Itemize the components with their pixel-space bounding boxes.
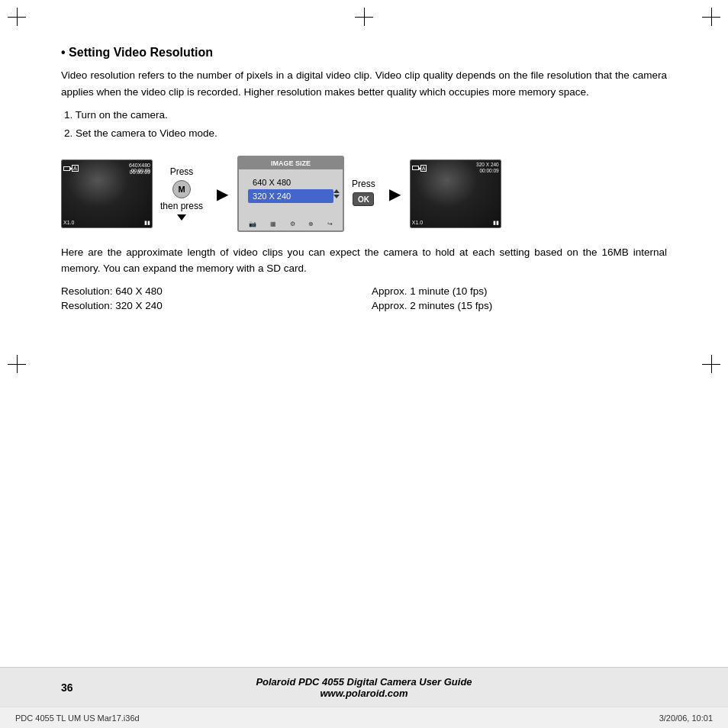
res2-value: Approx. 2 minutes (15 fps) (372, 299, 667, 312)
crosshair-top-left (8, 8, 26, 26)
footer-doc-url: www.polaroid.com (182, 688, 546, 699)
press-ok-area: Press OK (347, 179, 380, 208)
title-text: Setting Video Resolution (69, 46, 213, 59)
crosshair-mid-left (8, 355, 26, 373)
section-title: • Setting Video Resolution (61, 46, 667, 60)
footer-bar: 36 Polaroid PDC 4055 Digital Camera User… (0, 667, 728, 707)
btn-m[interactable]: M (172, 180, 191, 198)
hud-bottom-1: X1.0 ▮▮ (63, 220, 150, 226)
menu-icon-camera: 📷 (249, 221, 256, 227)
menu-header: IMAGE SIZE (239, 157, 343, 169)
step-2: 2. Set the camera to Video mode. (64, 124, 667, 143)
description-text: Here are the approximate length of video… (61, 244, 667, 277)
camera-screen-1: A 640X48000:00:09 00:00:09 X1.0 ▮▮ (61, 159, 153, 228)
menu-item-320[interactable]: 320 X 240 (248, 189, 333, 203)
cam2-resolution-top: 320 X 240 00:00:09 (476, 162, 499, 175)
resolution-table: Resolution: 640 X 480 Approx. 1 minute (… (61, 285, 667, 312)
menu-items: 640 X 480 320 X 240 (239, 169, 343, 209)
crosshair-center-top (355, 8, 373, 26)
steps-list: 1. Turn on the camera. 2. Set the camera… (61, 106, 667, 143)
hud-top-2: A 320 X 240 00:00:09 (412, 162, 499, 175)
sd-icon-1: A (72, 165, 79, 172)
cam2-battery: ▮▮ (493, 220, 499, 226)
body-paragraph: Video resolution refers to the number of… (61, 67, 667, 100)
footer-center: Polaroid PDC 4055 Digital Camera User Gu… (182, 676, 546, 699)
arrow-to-result (383, 185, 407, 203)
camera-hud-2: A 320 X 240 00:00:09 X1.0 ▮▮ (411, 160, 501, 227)
menu-icon-grid: ▦ (270, 221, 276, 227)
step-1: 1. Turn on the camera. (64, 106, 667, 124)
hud-icons-1: A (63, 165, 79, 172)
menu-icon-nav: ⊕ (308, 221, 314, 227)
main-content: • Setting Video Resolution Video resolut… (61, 46, 667, 667)
press-label-2: Press (352, 179, 375, 189)
sd-icon-2: A (420, 165, 427, 172)
bullet-icon: • (61, 46, 66, 59)
meta-bar: PDC 4055 TL UM US Mar17.i36d 3/20/06, 10… (0, 707, 728, 728)
video-icon-1 (63, 166, 70, 171)
res1-label: Resolution: 640 X 480 (61, 285, 356, 298)
menu-item-640[interactable]: 640 X 480 (248, 176, 333, 189)
arrow-down-menu-icon (333, 195, 340, 198)
cam1-zoom: X1.0 (63, 220, 74, 226)
crosshair-mid-right (702, 355, 720, 373)
video-icon-2 (412, 166, 419, 170)
menu-screen: IMAGE SIZE 640 X 480 320 X 240 📷 ▦ ⚙ ⊕ ↪ (237, 156, 344, 232)
press-m-area: Press M then press (156, 166, 208, 221)
crosshair-top-right (702, 8, 720, 26)
cam1-battery: ▮▮ (144, 220, 150, 226)
footer-page-number: 36 (61, 681, 182, 694)
cam1-time: 00:00:09 (131, 168, 150, 173)
menu-icon-settings: ⚙ (290, 221, 295, 227)
then-press-label: then press (160, 201, 203, 211)
camera-hud-1: A 640X48000:00:09 00:00:09 X1.0 ▮▮ (62, 160, 152, 227)
arrow-up-icon (333, 189, 340, 193)
diagram-row: A 640X48000:00:09 00:00:09 X1.0 ▮▮ Press… (61, 156, 667, 232)
hud-icons-2: A (412, 165, 427, 172)
hud-bottom-2: X1.0 ▮▮ (412, 220, 499, 226)
meta-left: PDC 4055 TL UM US Mar17.i36d (15, 714, 659, 723)
camera-screen-2: A 320 X 240 00:00:09 X1.0 ▮▮ (410, 159, 501, 228)
menu-icon-exit: ↪ (327, 221, 333, 227)
press-label-1: Press (170, 166, 194, 177)
menu-bottom-icons: 📷 ▦ ⚙ ⊕ ↪ (242, 221, 340, 227)
footer-doc-title: Polaroid PDC 4055 Digital Camera User Gu… (182, 676, 546, 688)
menu-arrows (333, 189, 340, 198)
cam2-res-text: 320 X 240 (476, 162, 499, 168)
btn-ok[interactable]: OK (353, 192, 374, 206)
arrow-to-menu (211, 185, 234, 203)
cam2-time-text: 00:00:09 (476, 168, 499, 174)
meta-right: 3/20/06, 10:01 (659, 714, 713, 723)
res1-value: Approx. 1 minute (10 fps) (372, 285, 667, 298)
res2-label: Resolution: 320 X 240 (61, 299, 356, 312)
arrow-down-icon (177, 214, 186, 221)
cam2-zoom: X1.0 (412, 220, 423, 226)
